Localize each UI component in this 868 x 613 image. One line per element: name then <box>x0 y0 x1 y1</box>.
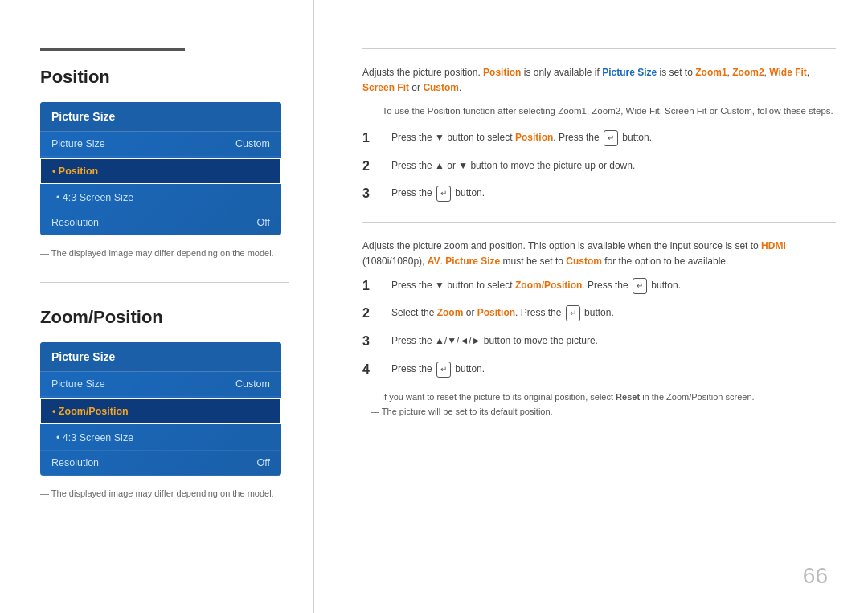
position-title: Position <box>40 67 289 88</box>
zoom-main-desc: Adjusts the picture zoom and position. T… <box>362 239 836 269</box>
zoom-title: Zoom/Position <box>40 307 289 328</box>
position-sub-note: To use the Position function after selec… <box>362 104 836 118</box>
step-3: 3 Press the ↵ button. <box>362 186 836 202</box>
ui-row-resolution: Resolution Off <box>40 210 281 235</box>
right-top-divider <box>362 48 836 49</box>
position-ui-box: Picture Size Picture Size Custom • Posit… <box>40 102 281 235</box>
right-section-divider <box>362 222 836 223</box>
ui-row-position: • Position <box>40 158 281 184</box>
zoom-ui-box: Picture Size Picture Size Custom • Zoom/… <box>40 342 281 476</box>
step-1: 1 Press the ▼ button to select Position.… <box>362 130 836 147</box>
zoom-description: Adjusts the picture zoom and position. T… <box>362 239 836 419</box>
page-number: 66 <box>803 563 828 589</box>
zoom-section: Zoom/Position Picture Size Picture Size … <box>40 307 289 498</box>
ui-row-picture-size: Picture Size Custom <box>40 132 281 157</box>
position-description: Adjusts the picture position. Position i… <box>362 65 836 202</box>
zoom-inline-note-2: The picture will be set to its default p… <box>371 404 836 419</box>
right-column: Adjusts the picture position. Position i… <box>313 0 868 613</box>
page-container: Position Picture Size Picture Size Custo… <box>0 0 868 613</box>
zoom-note: The displayed image may differ depending… <box>40 488 289 498</box>
step-2: 2 Press the ▲ or ▼ button to move the pi… <box>362 158 836 175</box>
zoom-ui-header: Picture Size <box>40 342 281 372</box>
position-section: Position Picture Size Picture Size Custo… <box>40 67 289 258</box>
position-main-desc: Adjusts the picture position. Position i… <box>362 65 836 96</box>
position-ui-header: Picture Size <box>40 102 281 132</box>
ui-row-screen-size: • 4:3 Screen Size <box>40 186 281 210</box>
left-column: Position Picture Size Picture Size Custo… <box>0 0 313 613</box>
position-note: The displayed image may differ depending… <box>40 248 289 258</box>
mid-divider <box>40 282 289 283</box>
zoom-step-2: 2 Select the Zoom or Position. Press the… <box>362 305 836 322</box>
zoom-step-1: 1 Press the ▼ button to select Zoom/Posi… <box>362 278 836 295</box>
position-steps: 1 Press the ▼ button to select Position.… <box>362 130 836 202</box>
zoom-step-3: 3 Press the ▲/▼/◄/► button to move the p… <box>362 333 836 350</box>
zoom-inline-note-1: If you want to reset the picture to its … <box>371 390 836 405</box>
top-divider <box>40 48 185 51</box>
ui-row-zoom-position: • Zoom/Position <box>40 398 281 424</box>
ui-row-picture-size2: Picture Size Custom <box>40 372 281 397</box>
ui-row-screen-size2: • 4:3 Screen Size <box>40 426 281 451</box>
zoom-inline-notes: If you want to reset the picture to its … <box>362 390 836 419</box>
zoom-step-4: 4 Press the ↵ button. <box>362 362 836 378</box>
zoom-steps: 1 Press the ▼ button to select Zoom/Posi… <box>362 278 836 378</box>
ui-row-resolution2: Resolution Off <box>40 451 281 476</box>
